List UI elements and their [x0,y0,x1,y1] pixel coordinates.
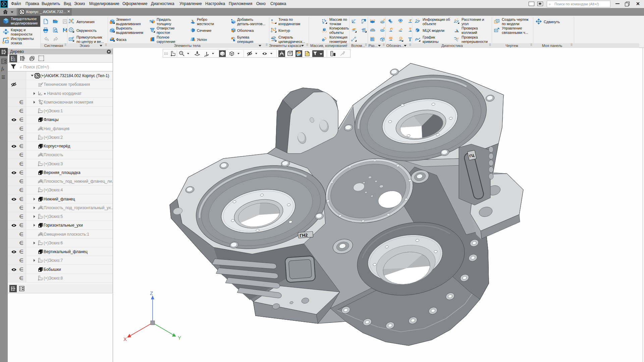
svg-text:1: 1 [400,37,402,39]
svg-text:?: ? [457,18,458,20]
svg-text:E: E [392,28,393,30]
svg-text:Z: Z [150,290,153,296]
svg-text:G?: G? [456,37,459,40]
svg-text:T: T [408,37,412,42]
svg-text:ГН2: ГН2 [300,233,308,238]
svg-text:A: A [410,28,411,30]
svg-text:X: X [123,336,127,342]
svg-text:Y: Y [178,335,181,341]
svg-text:R: R [384,27,385,29]
svg-text:?: ? [418,18,419,21]
svg-text:12: 12 [13,59,15,61]
